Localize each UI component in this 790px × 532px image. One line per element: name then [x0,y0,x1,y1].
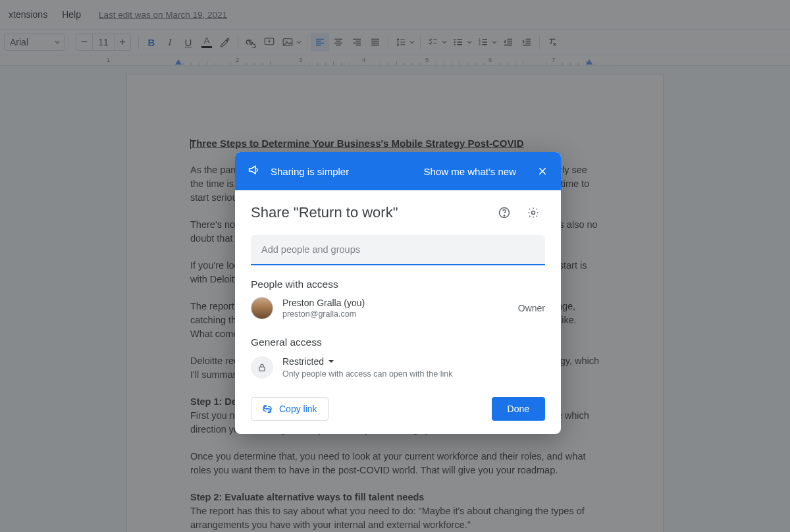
svg-rect-12 [259,367,265,371]
line-spacing-button[interactable] [392,33,410,51]
caret-down-icon[interactable] [466,40,473,45]
svg-point-4 [454,41,456,43]
last-edit-link[interactable]: Last edit was on March 19, 2021 [99,10,227,20]
underline-button[interactable]: U [179,33,198,51]
font-size-value[interactable]: 11 [92,34,115,50]
avatar [251,297,273,319]
insert-link-button[interactable] [242,33,260,51]
doc-title: Three Steps to Determine Your Business's… [190,138,600,149]
person-name: Preston Gralla (you) [282,298,365,308]
caret-down-icon[interactable] [441,40,448,45]
toolbar: Arial − 11 + B I U A [0,29,790,55]
doc-paragraph: Step 2: Evaluate alternative ways to fil… [190,491,600,532]
numbered-list-button[interactable]: 123 [474,33,492,51]
doc-paragraph: Once you determine that, you need to loo… [190,450,600,477]
font-family-select[interactable]: Arial [4,34,65,51]
access-level-description: Only people with access can open with th… [282,369,545,379]
svg-text:3: 3 [479,43,481,46]
megaphone-icon [247,163,261,180]
bold-button[interactable]: B [142,33,161,51]
caret-down-icon[interactable] [409,40,415,45]
banner-close-button[interactable] [535,163,550,179]
help-button[interactable] [492,201,516,225]
general-access-label: General access [251,336,545,348]
caret-down-icon [328,358,334,365]
svg-point-2 [286,40,287,41]
done-button[interactable]: Done [492,397,545,421]
people-access-label: People with access [251,279,545,290]
italic-button[interactable]: I [161,33,179,51]
settings-button[interactable] [521,201,545,225]
copy-link-button[interactable]: Copy link [251,397,329,421]
person-role: Owner [518,303,545,313]
font-size-increase[interactable]: + [115,34,130,50]
person-row: Preston Gralla (you) preston@gralla.com … [251,297,545,319]
increase-indent-button[interactable] [517,33,536,51]
insert-image-button[interactable] [278,33,297,51]
align-center-button[interactable] [329,33,348,51]
menu-bar: xtensions Help Last edit was on March 19… [0,0,790,29]
highlight-button[interactable] [216,33,234,51]
svg-point-5 [454,44,456,45]
caret-down-icon[interactable] [491,40,498,45]
font-family-value: Arial [10,37,28,47]
decrease-indent-button[interactable] [499,33,517,51]
menu-extensions[interactable]: xtensions [3,5,53,24]
clear-formatting-button[interactable] [543,33,562,51]
align-justify-button[interactable] [366,33,384,51]
svg-point-11 [532,211,535,215]
banner-whats-new-link[interactable]: Show me what's new [424,166,516,177]
text-color-button[interactable]: A [198,33,216,51]
share-banner: Sharing is simpler Show me what's new [235,152,561,190]
font-size-stepper: − 11 + [76,34,131,51]
align-left-button[interactable] [311,33,329,51]
person-email: preston@gralla.com [282,309,365,319]
bulleted-list-button[interactable] [449,33,467,51]
link-icon [262,404,273,414]
svg-point-10 [504,215,505,216]
caret-down-icon[interactable] [296,40,302,45]
share-dialog: Sharing is simpler Show me what's new Sh… [235,152,561,434]
ruler: 1234567 [0,55,790,66]
add-people-input[interactable] [251,235,545,265]
svg-point-3 [454,39,456,40]
align-right-button[interactable] [348,33,366,51]
text-color-swatch [201,46,212,48]
access-level-select[interactable]: Restricted [282,356,545,367]
font-size-decrease[interactable]: − [76,34,92,50]
lock-icon [251,356,273,379]
banner-title: Sharing is simpler [271,166,349,177]
share-dialog-title: Share "Return to work" [251,204,487,221]
menu-help[interactable]: Help [56,5,87,24]
add-comment-button[interactable] [260,33,278,51]
checklist-button[interactable] [424,33,442,51]
